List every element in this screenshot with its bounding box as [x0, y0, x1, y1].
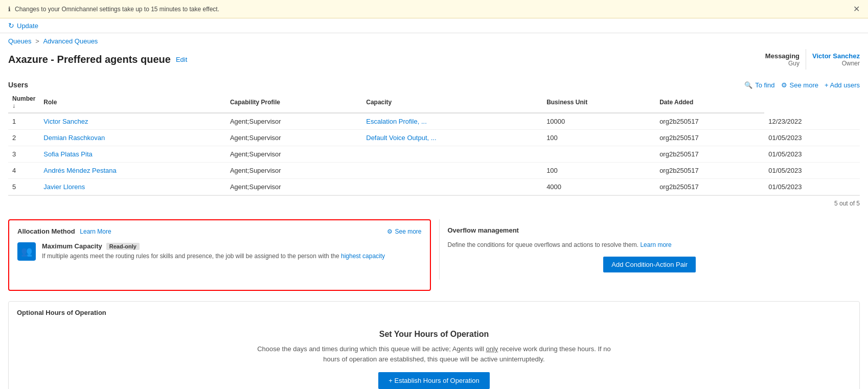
method-name: Maximum Capacity: [42, 242, 102, 250]
cell-date-added: 12/23/2022: [764, 113, 860, 130]
col-bu: Business Unit: [542, 92, 655, 113]
col-date: Date Added: [655, 92, 764, 113]
hours-content: Set Your Hours of Operation Choose the d…: [17, 325, 851, 389]
header-divider: [806, 49, 806, 70]
see-more-button[interactable]: ⚙ See more: [781, 81, 818, 89]
update-button[interactable]: ↻ Update: [8, 21, 38, 30]
table-row: 1Victor SanchezAgent;SupervisorEscalatio…: [8, 113, 860, 130]
method-info: Maximum Capacity Read-only If multiple a…: [42, 242, 422, 261]
cell-capacity: 100: [542, 163, 655, 179]
cell-role: Agent;Supervisor: [226, 179, 362, 195]
header-right: Messaging Guy Victor Sanchez Owner: [765, 49, 860, 70]
table-row: 5Javier LlorensAgent;Supervisor4000org2b…: [8, 179, 860, 195]
cell-capacity: [542, 146, 655, 163]
establish-hours-button[interactable]: + Establish Hours of Operation: [378, 372, 489, 389]
edit-link[interactable]: Edit: [176, 56, 187, 63]
capability-link[interactable]: Default Voice Output, ...: [366, 134, 436, 142]
page-header: Axazure - Preffered agents queue Edit Me…: [0, 47, 868, 76]
table-row: 3Sofia Platas PitaAgent;Supervisororg2b2…: [8, 146, 860, 163]
cell-capacity: 4000: [542, 179, 655, 195]
breadcrumb-separator: >: [35, 37, 41, 45]
cell-date-added: 01/05/2023: [764, 163, 860, 179]
user-link[interactable]: Sofia Platas Pita: [43, 150, 92, 158]
method-icon: 👥: [17, 242, 36, 261]
user-link[interactable]: Demian Raschkovan: [43, 134, 105, 142]
capability-link[interactable]: Escalation Profile, ...: [366, 118, 427, 125]
cell-capability: Default Voice Output, ...: [362, 130, 542, 146]
gear-icon: ⚙: [781, 81, 787, 89]
readonly-badge: Read-only: [106, 243, 140, 250]
refresh-icon: ↻: [8, 21, 14, 30]
to-find-button[interactable]: 🔍 To find: [744, 81, 774, 89]
cell-capability: Escalation Profile, ...: [362, 113, 542, 130]
service-role-label: Guy: [765, 60, 800, 67]
service-type-block: Messaging Guy: [765, 52, 800, 67]
cell-business-unit: org2b250517: [655, 130, 764, 146]
gear-icon-alloc: ⚙: [387, 228, 393, 235]
service-type-label: Messaging: [765, 52, 800, 60]
cell-name: Sofia Platas Pita: [39, 146, 226, 163]
page-title: Axazure - Preffered agents queue: [8, 54, 171, 65]
cell-role: Agent;Supervisor: [226, 146, 362, 163]
breadcrumb-advanced-queues[interactable]: Advanced Queues: [43, 37, 98, 45]
overflow-box: Overflow management Define the condition…: [439, 219, 860, 280]
cell-number: 2: [8, 130, 39, 146]
allocation-title: Allocation Method: [17, 227, 75, 235]
cell-capacity: 10000: [542, 113, 655, 130]
cell-business-unit: org2b250517: [655, 179, 764, 195]
users-section-title: Users: [8, 81, 28, 89]
cell-date-added: 01/05/2023: [764, 130, 860, 146]
lower-section: Allocation Method Learn More ⚙ See more …: [8, 219, 860, 291]
search-icon: 🔍: [744, 81, 752, 89]
user-name[interactable]: Victor Sanchez: [812, 52, 860, 60]
cell-capacity: 100: [542, 130, 655, 146]
persons-icon: 👥: [21, 246, 32, 257]
add-users-button[interactable]: + Add users: [825, 81, 860, 89]
allocation-box: Allocation Method Learn More ⚙ See more …: [8, 219, 431, 291]
hours-section-title: Optional Hours of Operation: [17, 309, 851, 316]
add-condition-action-pair-button[interactable]: Add Condition-Action Pair: [603, 257, 696, 272]
section-actions: 🔍 To find ⚙ See more + Add users: [744, 81, 860, 89]
breadcrumb: Queues > Advanced Queues: [0, 33, 868, 47]
user-link[interactable]: Victor Sanchez: [43, 118, 88, 125]
main-content: Users 🔍 To find ⚙ See more + Add users N…: [0, 76, 868, 389]
cell-number: 5: [8, 179, 39, 195]
cell-role: Agent;Supervisor: [226, 130, 362, 146]
cell-date-added: 01/05/2023: [764, 179, 860, 195]
overflow-learn-more[interactable]: Learn more: [640, 241, 671, 248]
table-footer: 5 out of 5: [8, 195, 860, 211]
table-row: 2Demian RaschkovanAgent;SupervisorDefaul…: [8, 130, 860, 146]
hours-desc: Choose the days and times during which t…: [255, 344, 613, 364]
allocation-see-more[interactable]: ⚙ See more: [387, 228, 421, 235]
col-number: Number ↓: [8, 92, 39, 113]
cell-name: Javier Llorens: [39, 179, 226, 195]
overflow-desc: Define the conditions for queue overflow…: [448, 240, 852, 249]
col-capability: Capability Profile: [226, 92, 362, 113]
cell-business-unit: org2b250517: [655, 113, 764, 130]
method-name-row: Maximum Capacity Read-only: [42, 242, 422, 250]
cell-number: 1: [8, 113, 39, 130]
users-table: Number ↓ Role Capability Profile Capacit…: [8, 92, 860, 195]
user-link[interactable]: Andrés Méndez Pestana: [43, 167, 116, 174]
cell-number: 3: [8, 146, 39, 163]
cell-date-added: 01/05/2023: [764, 146, 860, 163]
table-row: 4Andrés Méndez PestanaAgent;Supervisor10…: [8, 163, 860, 179]
notification-bar: ℹ Changes to your Omnichannel settings t…: [0, 0, 868, 18]
hours-section: Optional Hours of Operation Set Your Hou…: [8, 301, 860, 389]
allocation-learn-more[interactable]: Learn More: [80, 228, 111, 235]
info-icon: ℹ: [8, 6, 11, 13]
col-capacity: Capacity: [362, 92, 542, 113]
method-desc: If multiple agents meet the routing rule…: [42, 252, 422, 261]
cell-capability: [362, 146, 542, 163]
user-link[interactable]: Javier Llorens: [43, 183, 85, 191]
cell-name: Victor Sanchez: [39, 113, 226, 130]
cell-capability: [362, 163, 542, 179]
allocation-title-row: Allocation Method Learn More: [17, 227, 111, 235]
cell-capability: [362, 179, 542, 195]
notification-text: Changes to your Omnichannel settings tak…: [15, 6, 219, 13]
user-block: Victor Sanchez Owner: [812, 52, 860, 67]
breadcrumb-queues[interactable]: Queues: [8, 37, 32, 45]
cell-name: Demian Raschkovan: [39, 130, 226, 146]
close-notification-button[interactable]: ✕: [853, 4, 860, 14]
allocation-method-row: 👥 Maximum Capacity Read-only If multiple…: [17, 242, 422, 261]
